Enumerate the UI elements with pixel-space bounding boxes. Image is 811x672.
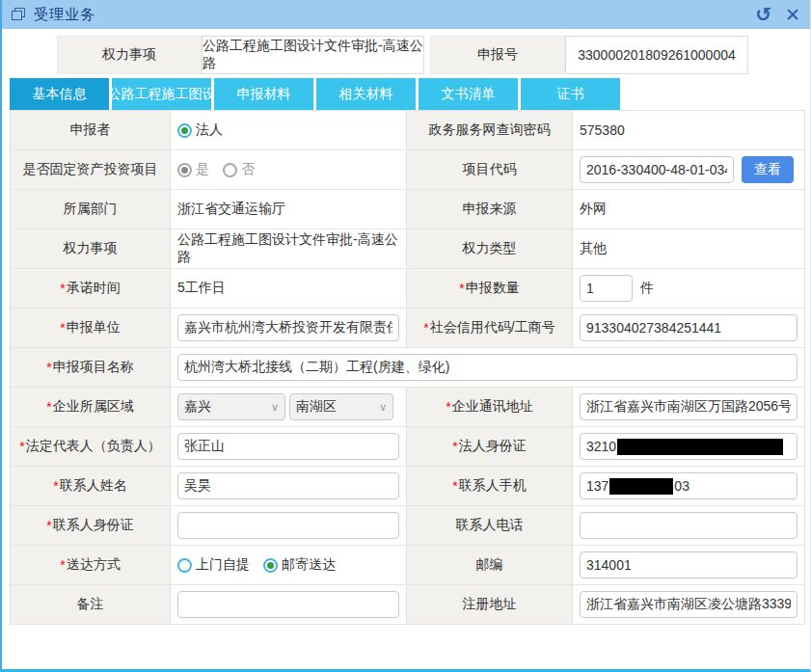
reg-address-input[interactable] — [580, 591, 797, 618]
fixed-asset-no-radio[interactable] — [223, 163, 237, 177]
mail-delivery-radio[interactable] — [263, 558, 278, 573]
table-row: 备注 注册地址 — [11, 585, 805, 625]
window-title: 受理业务 — [34, 6, 95, 24]
tab-certificate[interactable]: 证书 — [521, 78, 620, 110]
power-type-value: 其他 — [573, 229, 805, 269]
contact-mobile-label: *联系人手机 — [407, 467, 573, 506]
region-label: *企业所属区域 — [11, 388, 171, 427]
table-row: 申报者 法人 政务服务网查询密码 575380 — [11, 111, 805, 150]
postcode-input[interactable] — [580, 551, 797, 578]
tab-basic-info[interactable]: 基本信息 — [10, 78, 109, 110]
company-address-label: *企业通讯地址 — [407, 388, 573, 427]
declare-unit-label: *申报单位 — [11, 309, 171, 348]
accept-business-window: 受理业务 ↺ ✕ 权力事项 公路工程施工图设计文件审批-高速公路 申报号 330… — [0, 0, 811, 672]
remark-label: 备注 — [11, 585, 171, 625]
declare-count-label: *申报数量 — [407, 269, 573, 309]
delivery-label: *送达方式 — [11, 546, 171, 585]
table-row: *联系人姓名 *联系人手机 13703 — [11, 467, 805, 506]
contact-phone-label: 联系人电话 — [407, 506, 573, 546]
contact-phone-input[interactable] — [580, 512, 797, 539]
titlebar: 受理业务 ↺ ✕ — [2, 0, 810, 29]
table-row: *承诺时间 5工作日 *申报数量 件 — [11, 269, 805, 309]
declare-count-input[interactable] — [580, 275, 633, 302]
redaction-block — [609, 478, 673, 495]
close-icon[interactable]: ✕ — [785, 6, 800, 24]
legal-person-radio-label: 法人 — [196, 121, 223, 139]
project-code-input[interactable] — [580, 156, 734, 183]
chevron-down-icon: ∨ — [379, 401, 387, 414]
declare-source-label: 申报来源 — [407, 190, 573, 229]
tab-document-list[interactable]: 文书清单 — [419, 78, 518, 110]
power-item-header-label: 权力事项 — [57, 36, 202, 74]
legal-id-label: *法人身份证 — [407, 427, 573, 467]
pickup-radio[interactable] — [177, 558, 192, 573]
fixed-asset-yes-radio[interactable] — [177, 163, 192, 177]
tab-construction-drawing[interactable]: 公路工程施工图设 — [112, 78, 211, 110]
credit-code-input[interactable] — [580, 314, 797, 341]
view-button[interactable]: 查看 — [742, 156, 794, 183]
remark-input[interactable] — [177, 591, 399, 618]
contact-name-input[interactable] — [177, 472, 399, 499]
department-label: 所属部门 — [11, 190, 171, 229]
table-row: *法定代表人（负责人） *法人身份证 3210 — [11, 427, 805, 467]
project-name-input[interactable] — [177, 354, 797, 381]
legal-person-input[interactable] — [177, 433, 399, 460]
query-password-label: 政务服务网查询密码 — [407, 111, 573, 150]
fixed-asset-label: 是否固定资产投资项目 — [11, 150, 171, 190]
table-row: *联系人身份证 联系人电话 — [11, 506, 805, 546]
power-item-label: 权力事项 — [11, 229, 171, 269]
empty-area — [2, 625, 810, 669]
table-row: *申报项目名称 — [11, 348, 805, 388]
power-type-label: 权力类型 — [407, 229, 573, 269]
declare-unit-input[interactable] — [177, 314, 399, 341]
declarant-label: 申报者 — [11, 111, 171, 150]
contact-id-input[interactable] — [177, 512, 399, 539]
district-select[interactable]: 南湖区∨ — [289, 393, 393, 420]
legal-person-label: *法定代表人（负责人） — [11, 427, 171, 467]
table-row: 是否固定资产投资项目 是 否 项目代码 查看 — [11, 150, 805, 190]
tab-bar: 基本信息 公路工程施工图设 申报材料 相关材料 文书清单 证书 — [2, 78, 810, 110]
query-password-value: 575380 — [573, 111, 805, 150]
city-select[interactable]: 嘉兴∨ — [177, 393, 285, 420]
tab-declare-materials[interactable]: 申报材料 — [214, 78, 313, 110]
declare-no-label: 申报号 — [430, 36, 565, 74]
basic-info-form: 申报者 法人 政务服务网查询密码 575380 是否固定资产投资项目 是 否 项… — [10, 110, 805, 625]
legal-id-input[interactable]: 3210 — [580, 433, 797, 460]
promise-time-value: 5工作日 — [171, 269, 407, 309]
redaction-block — [617, 439, 783, 455]
contact-id-label: *联系人身份证 — [11, 506, 171, 546]
legal-person-radio[interactable] — [177, 123, 192, 138]
promise-time-label: *承诺时间 — [11, 269, 171, 309]
table-row: *送达方式 上门自提 邮寄送达 邮编 — [11, 546, 805, 585]
table-row: *企业所属区域 嘉兴∨ 南湖区∨ *企业通讯地址 — [11, 388, 805, 427]
credit-code-label: *社会信用代码/工商号 — [407, 309, 573, 348]
refresh-icon[interactable]: ↺ — [755, 5, 771, 24]
declare-source-value: 外网 — [573, 190, 805, 229]
declare-count-unit: 件 — [640, 280, 654, 297]
project-code-label: 项目代码 — [407, 150, 573, 190]
company-address-input[interactable] — [580, 393, 797, 420]
header-strip: 权力事项 公路工程施工图设计文件审批-高速公路 申报号 330000201809… — [57, 36, 810, 74]
power-item-value: 公路工程施工图设计文件审批-高速公路 — [171, 229, 407, 269]
declare-no-value: 330000201809261000004 — [565, 36, 748, 74]
table-row: *申报单位 *社会信用代码/工商号 — [11, 309, 805, 348]
postcode-label: 邮编 — [407, 546, 573, 585]
chevron-down-icon: ∨ — [271, 401, 279, 414]
power-item-header-value: 公路工程施工图设计文件审批-高速公路 — [202, 36, 424, 74]
contact-mobile-input[interactable]: 13703 — [580, 472, 797, 499]
table-row: 权力事项 公路工程施工图设计文件审批-高速公路 权力类型 其他 — [11, 229, 805, 269]
form-window-icon — [12, 8, 26, 21]
table-row: 所属部门 浙江省交通运输厅 申报来源 外网 — [11, 190, 805, 229]
contact-name-label: *联系人姓名 — [11, 467, 171, 506]
reg-address-label: 注册地址 — [407, 585, 573, 625]
tab-related-materials[interactable]: 相关材料 — [316, 78, 416, 110]
department-value: 浙江省交通运输厅 — [171, 190, 407, 229]
project-name-label: *申报项目名称 — [11, 348, 171, 388]
